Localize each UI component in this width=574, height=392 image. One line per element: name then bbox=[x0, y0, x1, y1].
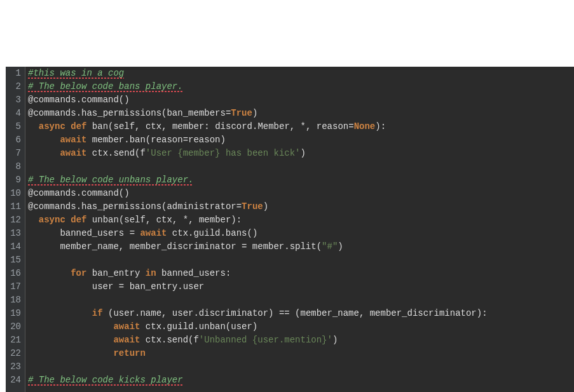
code-token: #this was in a cog bbox=[28, 68, 124, 78]
code-line[interactable] bbox=[28, 253, 574, 267]
line-number: 18 bbox=[6, 294, 21, 307]
code-line[interactable]: for ban_entry in banned_users: bbox=[28, 267, 574, 280]
code-token: "#" bbox=[322, 241, 338, 252]
code-line[interactable]: @commands.has_permissions(ban_members=Tr… bbox=[28, 107, 574, 120]
code-token: . bbox=[76, 108, 81, 118]
code-token: (user.name, user.discriminator) == (memb… bbox=[103, 308, 488, 318]
code-token: await bbox=[60, 148, 86, 158]
line-number: 15 bbox=[6, 253, 21, 267]
code-line[interactable]: await member.ban(reason=reason) bbox=[28, 133, 574, 147]
line-number: 5 bbox=[6, 120, 21, 133]
code-token bbox=[28, 121, 39, 132]
code-token: , *, bbox=[290, 121, 317, 132]
code-token: ban_members bbox=[167, 108, 225, 118]
line-number: 21 bbox=[6, 334, 21, 347]
code-token bbox=[86, 121, 92, 132]
code-token: await bbox=[140, 228, 167, 238]
code-line[interactable] bbox=[28, 160, 574, 173]
code-token: ctx.send( bbox=[86, 148, 140, 158]
code-token: @commands bbox=[28, 201, 76, 212]
code-token: ban bbox=[92, 121, 108, 132]
code-token bbox=[28, 148, 60, 158]
code-token: ctx bbox=[146, 121, 161, 132]
code-editor[interactable]: 123456789101112131415161718192021222324 … bbox=[6, 67, 574, 392]
code-line[interactable]: @commands.has_permissions(administrator=… bbox=[28, 200, 574, 213]
code-token: , bbox=[146, 215, 156, 225]
code-token: command bbox=[81, 188, 119, 198]
code-line[interactable]: async def unban(self, ctx, *, member): bbox=[28, 213, 574, 227]
code-line[interactable] bbox=[28, 360, 574, 374]
line-number: 6 bbox=[6, 133, 21, 147]
line-number: 9 bbox=[6, 173, 21, 187]
line-number: 8 bbox=[6, 160, 21, 173]
code-token: async bbox=[39, 215, 65, 225]
code-token bbox=[28, 215, 39, 225]
code-token: # The below code bans player. bbox=[28, 81, 183, 91]
code-token: ctx.send( bbox=[140, 335, 193, 345]
code-token: async bbox=[39, 121, 65, 132]
line-number: 3 bbox=[6, 93, 21, 107]
code-line[interactable]: async def ban(self, ctx, member: discord… bbox=[28, 120, 574, 133]
line-number: 2 bbox=[6, 80, 21, 93]
code-token bbox=[28, 348, 113, 358]
line-number: 20 bbox=[6, 320, 21, 334]
code-line[interactable]: @commands.command() bbox=[28, 93, 574, 107]
code-token bbox=[28, 321, 113, 332]
code-token: , *, bbox=[172, 215, 199, 225]
code-content[interactable]: #this was in a cog# The below code bans … bbox=[25, 67, 574, 392]
code-token: self bbox=[124, 215, 146, 225]
code-line[interactable]: user = ban_entry.user bbox=[28, 280, 574, 294]
code-token: member.ban(reason=reason) bbox=[86, 135, 225, 145]
code-token: , bbox=[135, 121, 146, 132]
code-token: ): bbox=[231, 215, 242, 225]
code-line[interactable]: #this was in a cog bbox=[28, 67, 574, 80]
code-token: banned_users = bbox=[28, 228, 140, 238]
code-token: user = ban_entry.user bbox=[28, 281, 204, 292]
code-token bbox=[28, 135, 60, 145]
code-token: : bbox=[204, 121, 215, 132]
code-token: command bbox=[81, 95, 119, 105]
line-number: 4 bbox=[6, 107, 21, 120]
code-token: reason bbox=[317, 121, 348, 132]
code-token: ) bbox=[301, 148, 306, 158]
code-token: banned_users: bbox=[156, 268, 231, 278]
code-line[interactable]: await ctx.guild.unban(user) bbox=[28, 320, 574, 334]
line-number: 24 bbox=[6, 374, 21, 387]
line-number: 7 bbox=[6, 147, 21, 160]
code-line[interactable]: member_name, member_discriminator = memb… bbox=[28, 240, 574, 253]
code-token: def bbox=[71, 121, 86, 132]
code-token: ctx.guild.unban(user) bbox=[140, 321, 257, 332]
code-token: True bbox=[242, 201, 263, 212]
code-token: # The below code kicks player bbox=[28, 375, 183, 385]
code-line[interactable]: @commands.command() bbox=[28, 187, 574, 200]
code-token: () bbox=[119, 95, 130, 105]
code-token bbox=[28, 335, 113, 345]
code-token: await bbox=[113, 335, 140, 345]
code-token: in bbox=[146, 268, 156, 278]
code-line[interactable]: # The below code unbans player. bbox=[28, 173, 574, 187]
code-token: @commands bbox=[28, 95, 76, 105]
code-token: discord.Member bbox=[215, 121, 290, 132]
code-line[interactable]: return bbox=[28, 347, 574, 360]
code-token: () bbox=[119, 188, 130, 198]
code-token: def bbox=[71, 215, 86, 225]
code-line[interactable]: # The below code bans player. bbox=[28, 80, 574, 93]
code-line[interactable]: await ctx.send(f'Unbanned {user.mention}… bbox=[28, 334, 574, 347]
code-line[interactable] bbox=[28, 294, 574, 307]
code-token: @commands bbox=[28, 188, 76, 198]
code-token: await bbox=[60, 135, 86, 145]
code-token: . bbox=[76, 188, 81, 198]
line-number: 19 bbox=[6, 307, 21, 320]
code-token: administrator bbox=[167, 201, 236, 212]
code-token: member_name, member_discriminator = memb… bbox=[28, 241, 322, 252]
code-token: f bbox=[140, 148, 145, 158]
code-token: f bbox=[193, 335, 198, 345]
line-number-gutter: 123456789101112131415161718192021222324 bbox=[6, 67, 25, 392]
code-token bbox=[65, 215, 71, 225]
code-line[interactable]: if (user.name, user.discriminator) == (m… bbox=[28, 307, 574, 320]
code-token: ctx bbox=[156, 215, 172, 225]
code-token: unban bbox=[92, 215, 119, 225]
code-line[interactable]: # The below code kicks player bbox=[28, 374, 574, 387]
code-line[interactable]: banned_users = await ctx.guild.bans() bbox=[28, 227, 574, 240]
code-line[interactable]: await ctx.send(f'User {member} has been … bbox=[28, 147, 574, 160]
